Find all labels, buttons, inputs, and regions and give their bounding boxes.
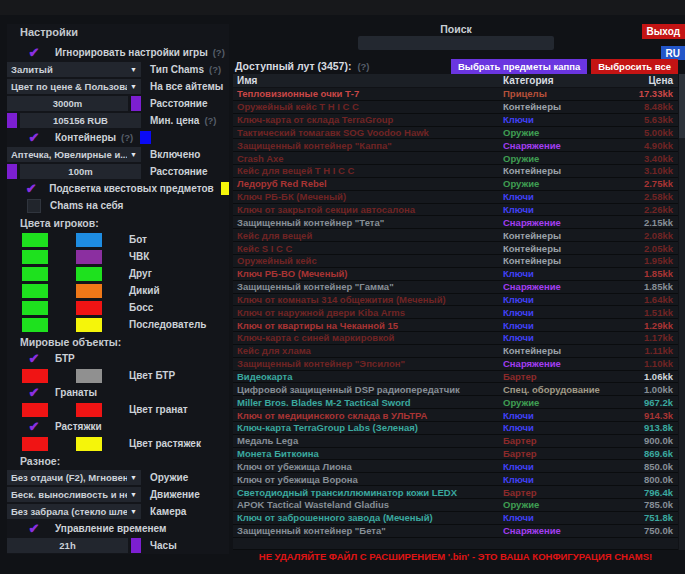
settings-row: 21hЧасы: [7, 537, 229, 554]
loot-row[interactable]: Кейс для хламаКонтейнеры1.11kk: [233, 345, 678, 358]
color-swatch[interactable]: [76, 233, 102, 247]
loot-row[interactable]: Ключ от заброшенного завода (Меченый)Клю…: [233, 512, 678, 525]
color-swatch[interactable]: [131, 538, 141, 553]
checkbox-label: БТР: [55, 353, 75, 364]
value-input[interactable]: 3000m: [7, 96, 128, 111]
color-swatch[interactable]: [22, 369, 48, 383]
loot-row[interactable]: Монета БиткоинаБартер869.6k: [233, 448, 678, 461]
color-swatch[interactable]: [76, 318, 102, 332]
item-price: 914.3k: [615, 410, 678, 421]
loot-row[interactable]: Ключ-карта от склада TerraGroupКлючи5.63…: [233, 114, 678, 127]
settings-row: Дикий: [7, 282, 229, 299]
loot-row[interactable]: Цифровой защищенный DSP радиопередатчикС…: [233, 383, 678, 396]
color-swatch[interactable]: [76, 267, 102, 281]
settings-row: 100mРасстояние: [7, 163, 229, 180]
color-swatch[interactable]: [22, 437, 48, 451]
loot-row[interactable]: Светодиодный трансиллюминатор кожи LEDXБ…: [233, 486, 678, 499]
dropdown[interactable]: Без отдачи (F2), Мгновенное п▼: [7, 470, 141, 485]
loot-row[interactable]: Оружейный кейс T H I C CКонтейнеры8.48kk: [233, 101, 678, 114]
color-swatch[interactable]: [76, 301, 102, 315]
dropdown[interactable]: Без забрала (стекло шлема)▼: [7, 504, 141, 519]
drop-all-button[interactable]: Выбросить все: [591, 59, 678, 74]
loot-row[interactable]: Кейс S I C CКонтейнеры2.05kk: [233, 242, 678, 255]
dropdown[interactable]: Аптечка, Ювелирные и...▼: [7, 147, 141, 162]
loot-row[interactable]: Ключ от наружной двери Kiba ArmsКлючи1.5…: [233, 306, 678, 319]
color-swatch[interactable]: [22, 250, 48, 264]
loot-row[interactable]: Кейс для вещей T H I C CКонтейнеры3.10kk: [233, 165, 678, 178]
dropdown[interactable]: Беск. выносливость и нет уста▼: [7, 487, 141, 502]
column-header-name[interactable]: Имя: [233, 75, 503, 86]
color-swatch[interactable]: [221, 182, 229, 195]
color-swatch[interactable]: [76, 284, 102, 298]
color-swatch[interactable]: [22, 403, 48, 417]
color-swatch[interactable]: [22, 284, 48, 298]
loot-row[interactable]: Miller Bros. Blades M-2 Tactical SwordОр…: [233, 396, 678, 409]
checkbox-checked-icon[interactable]: ✔: [22, 46, 46, 59]
value-input[interactable]: 105156 RUB: [20, 113, 141, 128]
loot-row[interactable]: ВидеокартаБартер1.06kk: [233, 371, 678, 384]
loot-row[interactable]: Оружейный кейсКонтейнеры1.95kk: [233, 255, 678, 268]
loot-row[interactable]: Тактический томагавк SOG Voodoo HawkОруж…: [233, 127, 678, 140]
checkbox-checked-icon[interactable]: ✔: [22, 182, 40, 195]
loot-row[interactable]: Ключ-карта TerraGroup Labs (Зеленая)Ключ…: [233, 422, 678, 435]
loot-row[interactable]: Защищенный контейнер "Эпсилон"Снаряжение…: [233, 358, 678, 371]
color-swatch[interactable]: [22, 301, 48, 315]
color-swatch[interactable]: [22, 233, 48, 247]
loot-row[interactable]: Ключ от квартиры на Чеканной 15Ключи1.29…: [233, 319, 678, 332]
color-swatch[interactable]: [76, 250, 102, 264]
checkbox-checked-icon[interactable]: ✔: [22, 131, 46, 144]
loot-row[interactable]: APOK Tactical Wasteland GladiusОружие785…: [233, 499, 678, 512]
loot-row[interactable]: Ключ РБ-ВО (Меченый)Ключи1.85kk: [233, 268, 678, 281]
item-name: Кейс для вещей: [233, 230, 503, 241]
loot-row[interactable]: Тепловизионные очки Т-7Прицелы17.33kk: [233, 88, 678, 101]
dropdown[interactable]: Залитый▼: [7, 62, 141, 77]
loot-row[interactable]: Защищенный контейнер "Каппа"Снаряжение4.…: [233, 139, 678, 152]
loot-row[interactable]: Ключ от комнаты 314 общежития (Меченый)К…: [233, 294, 678, 307]
color-swatch[interactable]: [7, 113, 17, 128]
dropdown-label: Тип Chams: [150, 64, 204, 75]
checkbox-checked-icon[interactable]: ✔: [22, 352, 46, 365]
color-swatch[interactable]: [76, 437, 102, 451]
checkbox-unchecked[interactable]: [27, 199, 41, 213]
checkbox-checked-icon[interactable]: ✔: [22, 420, 46, 433]
loot-row[interactable]: Кейс для вещейКонтейнеры2.08kk: [233, 229, 678, 242]
color-swatch[interactable]: [7, 164, 17, 179]
loot-row[interactable]: [233, 538, 678, 550]
column-header-category[interactable]: Категория: [503, 75, 615, 86]
loot-row[interactable]: Ключ от закрытой секции автосалонаКлючи2…: [233, 204, 678, 217]
loot-row[interactable]: Защищенный контейнер "Тета"Снаряжение2.1…: [233, 216, 678, 229]
loot-row[interactable]: Защищенный контейнер "Гамма"Снаряжение1.…: [233, 281, 678, 294]
item-price: 1.11kk: [615, 345, 678, 356]
color-swatch[interactable]: [131, 96, 141, 111]
loot-row[interactable]: Ключ от убежища ЛионаКлючи850.0k: [233, 460, 678, 473]
item-price: 1.85kk: [615, 281, 678, 292]
color-swatch[interactable]: [76, 403, 102, 417]
search-input[interactable]: [358, 36, 554, 50]
loot-row[interactable]: Ключ от медицинского склада в УЛЬТРАКлюч…: [233, 409, 678, 422]
loot-row[interactable]: Ледоруб Red RebelОружие2.75kk: [233, 178, 678, 191]
loot-row[interactable]: Защищенный контейнер "Бета"Снаряжение750…: [233, 525, 678, 538]
loot-row[interactable]: Ключ РБ-БК (Меченый)Ключи2.58kk: [233, 191, 678, 204]
value-input[interactable]: 100m: [20, 164, 141, 179]
item-category: Оружие: [503, 127, 615, 138]
checkbox-checked-icon[interactable]: ✔: [22, 522, 46, 535]
value-input[interactable]: 21h: [7, 538, 128, 553]
loot-row[interactable]: Crash AxeОружие3.40kk: [233, 152, 678, 165]
column-header-price[interactable]: Цена: [615, 75, 678, 86]
loot-row[interactable]: Медаль LegaБартер900.0k: [233, 435, 678, 448]
item-category: Оружие: [503, 499, 615, 510]
color-swatch[interactable]: [22, 267, 48, 281]
color-label: ЧВК: [129, 251, 149, 262]
loot-row[interactable]: Ключ-карта с синей маркировкойКлючи1.17k…: [233, 332, 678, 345]
checkbox-checked-icon[interactable]: ✔: [22, 386, 46, 399]
table-scrollbar[interactable]: [679, 74, 685, 550]
select-kappa-items-button[interactable]: Выбрать предметы каппа: [451, 59, 587, 74]
color-swatch[interactable]: [76, 369, 102, 383]
loot-row[interactable]: Ключ от убежища ВоронаКлючи800.0k: [233, 473, 678, 486]
exit-button[interactable]: Выход: [642, 24, 685, 39]
color-swatch[interactable]: [140, 131, 151, 144]
color-swatch[interactable]: [22, 318, 48, 332]
dropdown[interactable]: Цвет по цене & Пользователь▼: [7, 79, 141, 94]
item-price: 900.0k: [615, 435, 678, 446]
scrollbar-thumb[interactable]: [679, 74, 685, 138]
